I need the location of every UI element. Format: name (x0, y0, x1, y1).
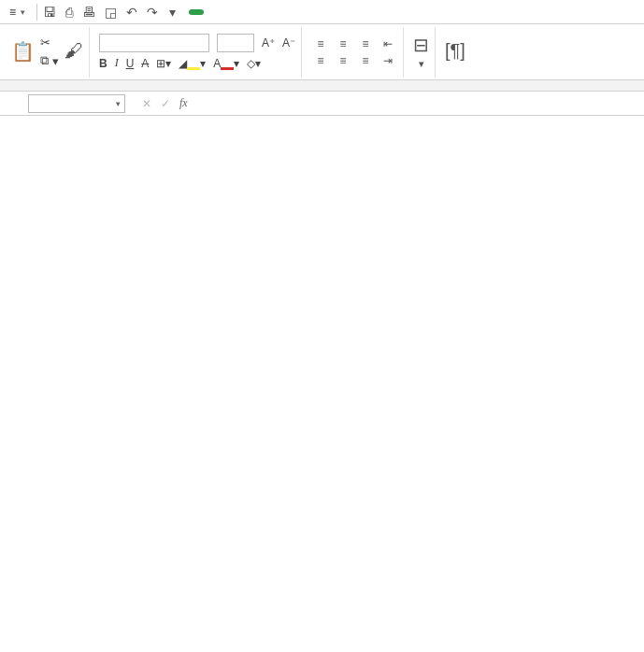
tab-view[interactable] (357, 9, 372, 15)
redo-icon[interactable]: ↷ (147, 5, 158, 20)
align-center-icon[interactable]: ≡ (334, 54, 352, 67)
brush-icon: 🖌 (64, 40, 83, 62)
paste-icon: 📋 (11, 40, 35, 63)
file-menu[interactable]: ≡ ▾ (4, 4, 31, 21)
increase-font-icon[interactable]: A⁺ (262, 36, 275, 50)
align-top-icon[interactable]: ≡ (311, 37, 330, 50)
ribbon: 📋 ✂ ⧉▾ 🖌 A⁺ A⁻ B I U A ⊞▾ (0, 24, 644, 80)
font-group: A⁺ A⁻ B I U A ⊞▾ ◢▾ A▾ ◇▾ (93, 27, 302, 78)
fx-icon[interactable]: fx (179, 96, 188, 110)
formula-bar: ▾ ✕ ✓ fx (0, 92, 644, 116)
qat-more-icon[interactable]: ▾ (169, 5, 176, 20)
quick-access-toolbar: 🖫 ⎙ 🖶 ◲ ↶ ↷ ▾ (43, 5, 176, 20)
tab-layout[interactable] (245, 9, 260, 15)
font-name-input[interactable] (99, 34, 209, 52)
tab-dev[interactable] (385, 9, 400, 15)
cancel-icon[interactable]: ✕ (142, 97, 151, 110)
wrap-icon: [¶] (445, 40, 465, 62)
font-color-button[interactable]: A▾ (213, 57, 239, 70)
save-icon[interactable]: 🖫 (43, 5, 56, 20)
indent-left-icon[interactable]: ⇤ (379, 37, 397, 50)
align-group: ≡ ≡ ≡ ⇤ ≡ ≡ ≡ ⇥ (306, 27, 404, 78)
cut-button[interactable]: ✂ (40, 35, 52, 50)
tab-formula[interactable] (273, 9, 288, 15)
border-button[interactable]: ⊞▾ (156, 57, 171, 70)
menu-bar: ≡ ▾ 🖫 ⎙ 🖶 ◲ ↶ ↷ ▾ (0, 0, 644, 24)
align-middle-icon[interactable]: ≡ (334, 37, 352, 50)
confirm-icon[interactable]: ✓ (161, 97, 170, 110)
caret-down-icon: ▾ (116, 99, 121, 108)
tab-start[interactable] (189, 9, 204, 15)
underline-button[interactable]: U (126, 57, 135, 70)
ribbon-tabs (189, 9, 400, 15)
copy-icon: ⧉ (40, 53, 49, 68)
tab-review[interactable] (329, 9, 344, 15)
tab-data[interactable] (301, 9, 316, 15)
wrap-group: [¶] (439, 27, 471, 78)
formula-input[interactable] (195, 102, 644, 106)
caret-down-icon: ▾ (52, 54, 59, 68)
italic-button[interactable]: I (115, 56, 119, 70)
print-icon[interactable]: 🖶 (82, 5, 95, 20)
strike-button[interactable]: A (141, 57, 149, 70)
wrap-button[interactable]: [¶] (445, 40, 465, 64)
fill-color-button[interactable]: ◢▾ (179, 57, 206, 70)
align-left-icon[interactable]: ≡ (311, 54, 330, 67)
scissors-icon: ✂ (40, 35, 50, 50)
bold-button[interactable]: B (99, 57, 107, 70)
spacer (0, 80, 644, 92)
save-as-icon[interactable]: ⎙ (65, 5, 73, 20)
preview-icon[interactable]: ◲ (105, 5, 117, 20)
decrease-font-icon[interactable]: A⁻ (282, 36, 295, 50)
burger-icon: ≡ (9, 6, 16, 19)
undo-icon[interactable]: ↶ (126, 5, 137, 20)
name-box[interactable]: ▾ (28, 94, 125, 113)
font-size-input[interactable] (217, 34, 254, 52)
phonetic-button[interactable]: ◇▾ (247, 57, 261, 70)
merge-icon: ⊟ (413, 34, 429, 56)
merge-group: ⊟ ▾ (408, 27, 436, 78)
caret-down-icon: ▾ (21, 7, 25, 17)
merge-center-button[interactable]: ⊟ ▾ (413, 34, 429, 70)
align-right-icon[interactable]: ≡ (356, 54, 375, 67)
align-bottom-icon[interactable]: ≡ (356, 37, 375, 50)
paste-button[interactable]: 📋 (11, 40, 35, 64)
separator (36, 4, 37, 21)
copy-button[interactable]: ⧉▾ (40, 53, 59, 68)
format-painter-button[interactable]: 🖌 (64, 40, 83, 64)
indent-right-icon[interactable]: ⇥ (379, 54, 397, 67)
clipboard-group: 📋 ✂ ⧉▾ 🖌 (6, 27, 90, 78)
tab-insert[interactable] (217, 9, 232, 15)
